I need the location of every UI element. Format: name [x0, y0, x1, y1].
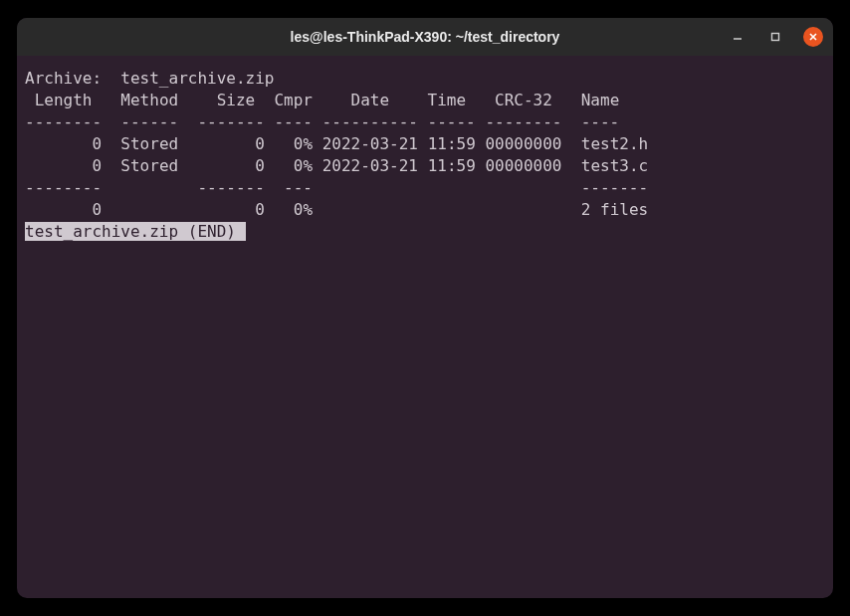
svg-rect-1 — [772, 34, 779, 41]
totals-row: 0 0 0% 2 files — [25, 200, 648, 219]
terminal-window: les@les-ThinkPad-X390: ~/test_directory … — [17, 18, 833, 598]
close-button[interactable] — [803, 27, 823, 47]
archive-header-line: Archive: test_archive.zip — [25, 69, 274, 88]
file-row: 0 Stored 0 0% 2022-03-21 11:59 00000000 … — [25, 134, 648, 153]
maximize-button[interactable] — [765, 27, 785, 47]
separator-line: -------- ------ ------- ---- ---------- … — [25, 112, 619, 131]
file-row: 0 Stored 0 0% 2022-03-21 11:59 00000000 … — [25, 156, 648, 175]
window-controls — [728, 27, 823, 47]
terminal-output[interactable]: Archive: test_archive.zip Length Method … — [17, 56, 833, 598]
window-title: les@les-ThinkPad-X390: ~/test_directory — [291, 29, 560, 45]
titlebar: les@les-ThinkPad-X390: ~/test_directory — [17, 18, 833, 56]
minimize-button[interactable] — [728, 27, 747, 47]
column-headers: Length Method Size Cmpr Date Time CRC-32… — [25, 91, 619, 109]
separator-line: -------- ------- --- ------- — [25, 178, 648, 197]
pager-status: test_archive.zip (END) — [25, 222, 246, 241]
